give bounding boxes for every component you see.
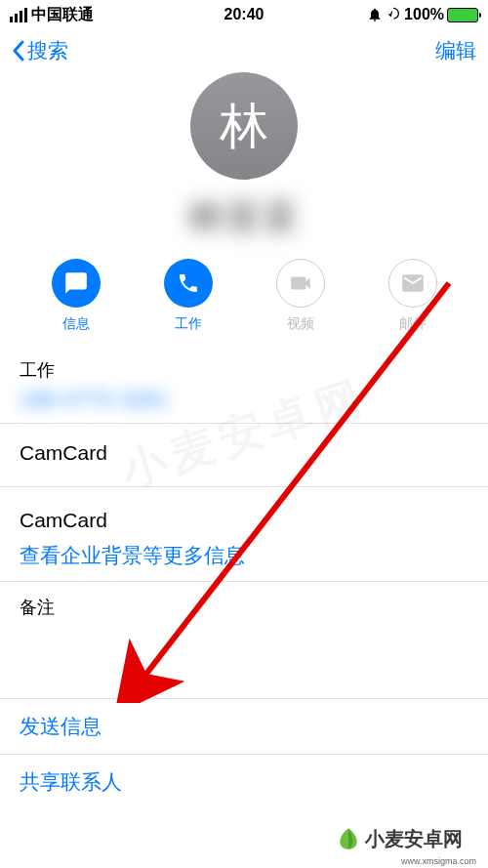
message-action[interactable]: 信息 bbox=[37, 259, 115, 333]
notes-label: 备注 bbox=[20, 598, 55, 617]
avatar-letter: 林 bbox=[220, 94, 268, 159]
watermark-text: 小麦安卓网 bbox=[365, 826, 463, 852]
send-message-row[interactable]: 发送信息 bbox=[0, 699, 488, 755]
video-action: 视频 bbox=[262, 259, 340, 333]
status-bar: 中国联通 20:40 100% bbox=[0, 0, 488, 29]
back-button[interactable]: 搜索 bbox=[12, 37, 68, 64]
company-info-link[interactable]: 查看企业背景等更多信息 bbox=[20, 542, 468, 569]
action-row: 信息 工作 视频 邮件 bbox=[0, 241, 488, 347]
video-icon bbox=[288, 270, 313, 296]
signal-icon bbox=[10, 8, 27, 22]
contact-name: 林某某 bbox=[0, 193, 488, 241]
status-time: 20:40 bbox=[224, 6, 264, 23]
alarm-icon bbox=[367, 7, 383, 22]
video-label: 视频 bbox=[287, 315, 314, 333]
mail-icon bbox=[400, 270, 426, 296]
leaf-icon bbox=[336, 826, 361, 851]
avatar[interactable]: 林 bbox=[190, 72, 298, 180]
status-right: 100% bbox=[367, 6, 478, 23]
camcard-row-2[interactable]: CamCard 查看企业背景等更多信息 bbox=[0, 487, 488, 582]
mail-action: 邮件 bbox=[374, 259, 452, 333]
nav-bar: 搜索 编辑 bbox=[0, 29, 488, 72]
work-phone-row[interactable]: 工作 188 0775 3281 bbox=[0, 347, 488, 424]
lock-icon bbox=[386, 7, 401, 22]
mail-label: 邮件 bbox=[399, 315, 427, 333]
call-label: 工作 bbox=[175, 315, 202, 333]
camcard-label-2: CamCard bbox=[20, 509, 468, 532]
call-action[interactable]: 工作 bbox=[149, 259, 227, 333]
watermark-corner: 小麦安卓网 www.xmsigma.com bbox=[336, 809, 482, 868]
message-label: 信息 bbox=[62, 315, 90, 333]
back-label: 搜索 bbox=[27, 37, 68, 64]
notes-row[interactable]: 备注 bbox=[0, 582, 488, 699]
share-contact-row[interactable]: 共享联系人 bbox=[0, 755, 488, 809]
work-phone-value: 188 0775 3281 bbox=[20, 388, 468, 411]
carrier-label: 中国联通 bbox=[31, 5, 94, 25]
work-label: 工作 bbox=[20, 358, 468, 382]
battery-icon bbox=[447, 8, 478, 22]
chevron-left-icon bbox=[12, 40, 25, 62]
camcard-label-1: CamCard bbox=[20, 441, 468, 465]
edit-button[interactable]: 编辑 bbox=[435, 37, 476, 64]
message-icon bbox=[63, 270, 89, 296]
battery-percent: 100% bbox=[404, 6, 444, 23]
camcard-row-1[interactable]: CamCard bbox=[0, 424, 488, 487]
watermark-url: www.xmsigma.com bbox=[401, 856, 476, 866]
phone-icon bbox=[177, 271, 200, 295]
status-left: 中国联通 bbox=[10, 5, 94, 25]
